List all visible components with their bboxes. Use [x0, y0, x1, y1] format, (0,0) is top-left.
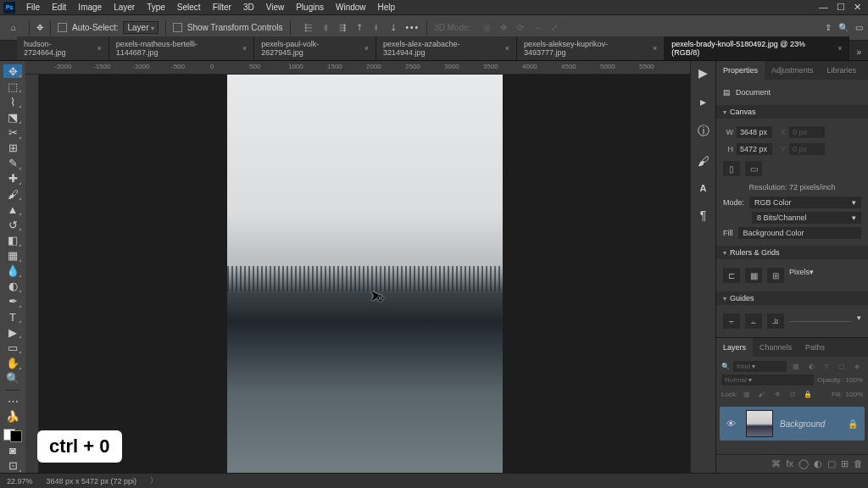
lock-icon[interactable]: 🔒 — [848, 419, 861, 429]
close-icon[interactable]: × — [364, 44, 369, 53]
guides-section[interactable]: Guides — [716, 291, 868, 305]
orient-landscape[interactable]: ▭ — [745, 161, 762, 176]
home-button[interactable]: ⌂ — [5, 19, 22, 36]
align-right[interactable]: ⇶ — [335, 20, 350, 36]
doc-tab-5[interactable]: pexels-brady-knoll-5180492.jpg @ 23% (RG… — [665, 36, 849, 60]
pen-tool[interactable]: ✒ — [3, 295, 22, 308]
tab-libraries[interactable]: Libraries — [821, 61, 864, 80]
marquee-tool[interactable]: ⬚ — [3, 80, 22, 93]
move-tool[interactable]: ✥ — [3, 64, 22, 78]
layer-row[interactable]: 👁 Background 🔒 — [720, 407, 865, 441]
frame-tool[interactable]: ⊞ — [3, 141, 22, 155]
object-select-tool[interactable]: ⬔ — [3, 110, 22, 124]
lock-artboard-icon[interactable]: ⊡ — [787, 388, 798, 400]
type-tool[interactable]: T — [3, 310, 22, 324]
eraser-tool[interactable]: ◧ — [3, 233, 22, 247]
orient-portrait[interactable]: ▯ — [723, 161, 740, 176]
brushes-panel-icon[interactable]: 🖌 — [698, 154, 709, 168]
lasso-tool[interactable]: ⌇ — [3, 95, 22, 108]
menu-window[interactable]: Window — [330, 3, 372, 12]
info-panel-icon[interactable]: ⓘ — [698, 124, 709, 139]
close-button[interactable]: ✕ — [854, 2, 861, 13]
blur-tool[interactable]: 💧 — [3, 264, 22, 278]
doc-tab-3[interactable]: pexels-alex-azabache-3214944.jpg× — [376, 36, 517, 60]
tab-adjustments[interactable]: Adjustments — [765, 61, 821, 80]
screen-mode[interactable]: ⊡ — [3, 459, 22, 473]
doc-tab-0[interactable]: hudson-2724664.jpg× — [17, 36, 109, 60]
quick-mask[interactable]: ◙ — [3, 444, 22, 458]
align-hcenter[interactable]: ⫴ — [318, 20, 333, 36]
tab-properties[interactable]: Properties — [716, 61, 765, 80]
pixel-grid-toggle[interactable]: ⊞ — [767, 268, 784, 283]
grid-toggle[interactable]: ▦ — [745, 268, 762, 283]
viewport[interactable]: ➤ — [39, 75, 690, 473]
lock-paint-icon[interactable]: 🖌 — [756, 388, 768, 400]
filter-type-icon[interactable]: T — [821, 360, 832, 372]
lock-all-icon[interactable]: 🔒 — [802, 388, 814, 400]
layer-thumbnail[interactable] — [746, 410, 773, 437]
delete-layer-icon[interactable]: 🗑 — [854, 458, 863, 469]
opacity-value[interactable]: 100% — [846, 376, 863, 384]
path-select-tool[interactable]: ▶ — [3, 325, 22, 339]
layer-mask-icon[interactable]: ◯ — [798, 458, 809, 469]
align-left[interactable]: ⬱ — [301, 20, 316, 36]
align-vcenter[interactable]: ⫲ — [369, 20, 384, 36]
guide-new-h[interactable]: ⫟ — [723, 313, 740, 329]
canvas-section[interactable]: Canvas — [716, 105, 868, 119]
lock-transparency-icon[interactable]: ▦ — [741, 388, 753, 400]
menu-type[interactable]: Type — [141, 3, 171, 12]
close-icon[interactable]: × — [653, 44, 657, 53]
menu-layer[interactable]: Layer — [108, 3, 141, 12]
dodge-tool[interactable]: ◐ — [3, 280, 22, 293]
ruler-vertical[interactable] — [25, 75, 39, 473]
menu-help[interactable]: Help — [372, 3, 402, 12]
tabs-overflow[interactable]: » — [849, 44, 868, 60]
ruler-horizontal[interactable]: -2000 -1500 -1000 -500 0 500 1000 1500 2… — [25, 61, 690, 75]
close-icon[interactable]: × — [505, 44, 509, 53]
actions-panel-icon[interactable]: ▸ — [700, 95, 706, 108]
doc-tab-2[interactable]: pexels-paul-volk-2627945.jpg× — [254, 36, 376, 60]
edit-toolbar[interactable]: ⋯ — [3, 394, 22, 408]
brush-tool[interactable]: 🖌 — [3, 187, 22, 201]
workspace-icon[interactable]: ▭ — [855, 23, 863, 32]
ruler-units[interactable]: Pixels▾ — [789, 268, 832, 283]
layer-filter-kind[interactable]: Kind — [733, 361, 787, 372]
banana-icon[interactable]: 🍌 — [3, 409, 22, 423]
history-brush-tool[interactable]: ↺ — [3, 218, 22, 231]
doc-tab-4[interactable]: pexels-aleksey-kuprikov-3493777.jpg× — [517, 36, 665, 60]
gradient-tool[interactable]: ▦ — [3, 249, 22, 263]
guide-layout[interactable]: ⫡ — [767, 313, 784, 329]
canvas-height[interactable]: 5472 px — [737, 143, 772, 155]
zoom-tool[interactable]: 🔍 — [3, 372, 22, 385]
canvas-width[interactable]: 3648 px — [737, 126, 772, 138]
filter-adjust-icon[interactable]: ◐ — [805, 360, 817, 372]
auto-select-kind[interactable]: Layer — [123, 21, 158, 34]
doc-dimensions[interactable]: 3648 px x 5472 px (72 ppi) — [47, 477, 137, 485]
new-layer-icon[interactable]: ⊞ — [841, 458, 849, 469]
menu-filter[interactable]: Filter — [207, 3, 237, 12]
menu-select[interactable]: Select — [171, 3, 207, 12]
filter-shape-icon[interactable]: ▢ — [836, 360, 848, 372]
maximize-button[interactable]: ☐ — [837, 2, 845, 13]
doc-tab-1[interactable]: pexels-matheus-bertelli-1144687.jpg× — [109, 36, 254, 60]
color-mode[interactable]: RGB Color▾ — [749, 197, 861, 208]
menu-file[interactable]: File — [20, 3, 46, 12]
auto-select-checkbox[interactable] — [58, 23, 67, 32]
share-button[interactable]: ⇪ — [825, 23, 832, 32]
layer-fx-icon[interactable]: fx — [786, 458, 793, 469]
tab-layers[interactable]: Layers — [716, 338, 753, 357]
link-layers-icon[interactable]: ⌘ — [771, 458, 781, 469]
group-icon[interactable]: ▢ — [827, 458, 836, 469]
stamp-tool[interactable]: ▲ — [3, 202, 22, 216]
hand-tool[interactable]: ✋ — [3, 356, 22, 369]
align-more[interactable]: ••• — [406, 23, 420, 32]
bit-depth[interactable]: 8 Bits/Channel▾ — [752, 212, 861, 224]
lock-position-icon[interactable]: ✥ — [771, 388, 783, 400]
history-panel-icon[interactable]: ▶ — [698, 66, 708, 80]
minimize-button[interactable]: — — [819, 2, 828, 13]
zoom-level[interactable]: 22.97% — [7, 477, 33, 485]
close-icon[interactable]: × — [97, 44, 102, 53]
visibility-toggle[interactable]: 👁 — [723, 419, 739, 429]
char-panel-icon[interactable]: A — [700, 183, 707, 193]
para-panel-icon[interactable]: ¶ — [700, 208, 707, 222]
